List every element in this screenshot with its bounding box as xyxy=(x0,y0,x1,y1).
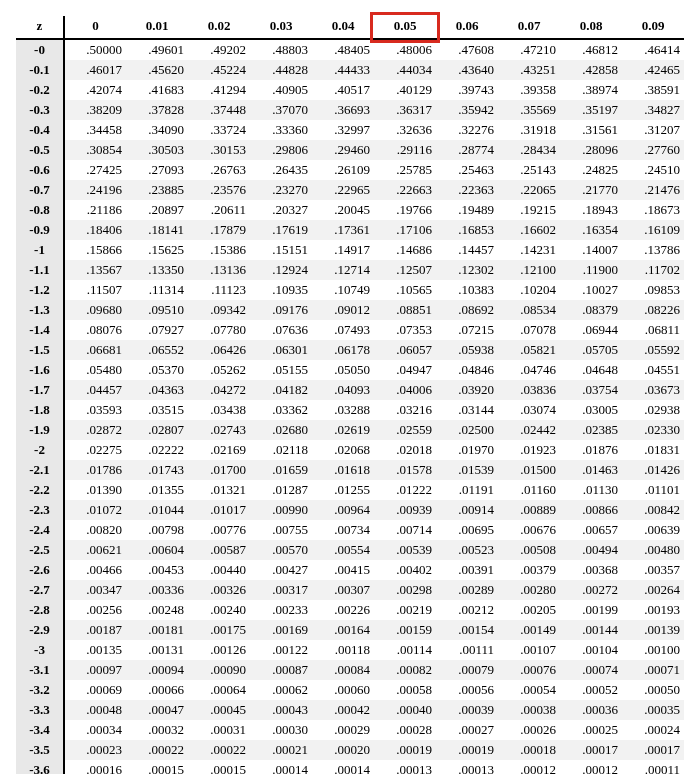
cell-value: .02018 xyxy=(374,440,436,460)
cell-value: .48803 xyxy=(250,39,312,60)
row-header: -3.3 xyxy=(16,700,64,720)
cell-value: .00212 xyxy=(436,600,498,620)
cell-value: .00038 xyxy=(498,700,560,720)
cell-value: .23270 xyxy=(250,180,312,200)
cell-value: .26109 xyxy=(312,160,374,180)
row-header: -0.9 xyxy=(16,220,64,240)
cell-value: .21476 xyxy=(622,180,684,200)
row-header: -1.5 xyxy=(16,340,64,360)
cell-value: .00013 xyxy=(374,760,436,774)
cell-value: .03515 xyxy=(126,400,188,420)
col-header: 0.01 xyxy=(126,16,188,39)
cell-value: .50000 xyxy=(64,39,126,60)
cell-value: .00028 xyxy=(374,720,436,740)
cell-value: .00657 xyxy=(560,520,622,540)
cell-value: .00587 xyxy=(188,540,250,560)
cell-value: .00357 xyxy=(622,560,684,580)
cell-value: .01287 xyxy=(250,480,312,500)
cell-value: .00032 xyxy=(126,720,188,740)
cell-value: .00114 xyxy=(374,640,436,660)
cell-value: .48405 xyxy=(312,39,374,60)
cell-value: .00042 xyxy=(312,700,374,720)
cell-value: .00024 xyxy=(622,720,684,740)
table-row: -0.9.18406.18141.17879.17619.17361.17106… xyxy=(16,220,684,240)
cell-value: .00026 xyxy=(498,720,560,740)
cell-value: .00022 xyxy=(188,740,250,760)
cell-value: .07927 xyxy=(126,320,188,340)
cell-value: .09342 xyxy=(188,300,250,320)
cell-value: .00734 xyxy=(312,520,374,540)
cell-value: .40129 xyxy=(374,80,436,100)
table-row: -2.1.01786.01743.01700.01659.01618.01578… xyxy=(16,460,684,480)
cell-value: .00094 xyxy=(126,660,188,680)
cell-value: .00118 xyxy=(312,640,374,660)
cell-value: .00494 xyxy=(560,540,622,560)
row-header: -2.3 xyxy=(16,500,64,520)
cell-value: .40517 xyxy=(312,80,374,100)
cell-value: .00074 xyxy=(560,660,622,680)
cell-value: .12507 xyxy=(374,260,436,280)
cell-value: .49601 xyxy=(126,39,188,60)
cell-value: .00016 xyxy=(64,760,126,774)
cell-value: .00336 xyxy=(126,580,188,600)
col-header: 0.09 xyxy=(622,16,684,39)
cell-value: .20611 xyxy=(188,200,250,220)
table-row: -1.7.04457.04363.04272.04182.04093.04006… xyxy=(16,380,684,400)
cell-value: .00280 xyxy=(498,580,560,600)
cell-value: .24825 xyxy=(560,160,622,180)
cell-value: .10383 xyxy=(436,280,498,300)
cell-value: .25785 xyxy=(374,160,436,180)
cell-value: .45620 xyxy=(126,60,188,80)
cell-value: .14457 xyxy=(436,240,498,260)
z-table-container: z 0 0.01 0.02 0.03 0.04 0.05 0.06 0.07 0… xyxy=(16,16,683,774)
cell-value: .22663 xyxy=(374,180,436,200)
col-header: 0.07 xyxy=(498,16,560,39)
cell-value: .02807 xyxy=(126,420,188,440)
cell-value: .00064 xyxy=(188,680,250,700)
cell-value: .17619 xyxy=(250,220,312,240)
cell-value: .31561 xyxy=(560,120,622,140)
cell-value: .01539 xyxy=(436,460,498,480)
row-header: -0.4 xyxy=(16,120,64,140)
cell-value: .00187 xyxy=(64,620,126,640)
cell-value: .03836 xyxy=(498,380,560,400)
cell-value: .23885 xyxy=(126,180,188,200)
cell-value: .09176 xyxy=(250,300,312,320)
cell-value: .08692 xyxy=(436,300,498,320)
row-header: -3.5 xyxy=(16,740,64,760)
cell-value: .00695 xyxy=(436,520,498,540)
cell-value: .00039 xyxy=(436,700,498,720)
cell-value: .00317 xyxy=(250,580,312,600)
cell-value: .05370 xyxy=(126,360,188,380)
cell-value: .00017 xyxy=(622,740,684,760)
cell-value: .00122 xyxy=(250,640,312,660)
cell-value: .19215 xyxy=(498,200,560,220)
cell-value: .46017 xyxy=(64,60,126,80)
cell-value: .08534 xyxy=(498,300,560,320)
cell-value: .04457 xyxy=(64,380,126,400)
cell-value: .02118 xyxy=(250,440,312,460)
cell-value: .02938 xyxy=(622,400,684,420)
table-row: -3.00135.00131.00126.00122.00118.00114.0… xyxy=(16,640,684,660)
cell-value: .18673 xyxy=(622,200,684,220)
cell-value: .42858 xyxy=(560,60,622,80)
cell-value: .25463 xyxy=(436,160,498,180)
cell-value: .07353 xyxy=(374,320,436,340)
cell-value: .00264 xyxy=(622,580,684,600)
cell-value: .30503 xyxy=(126,140,188,160)
cell-value: .41294 xyxy=(188,80,250,100)
table-row: -1.6.05480.05370.05262.05155.05050.04947… xyxy=(16,360,684,380)
z-column-header: z xyxy=(16,16,64,39)
cell-value: .00298 xyxy=(374,580,436,600)
cell-value: .00889 xyxy=(498,500,560,520)
table-row: -1.8.03593.03515.03438.03362.03288.03216… xyxy=(16,400,684,420)
row-header: -0 xyxy=(16,39,64,60)
cell-value: .00508 xyxy=(498,540,560,560)
cell-value: .00326 xyxy=(188,580,250,600)
row-header: -2.5 xyxy=(16,540,64,560)
table-row: -0.50000.49601.49202.48803.48405.48006.4… xyxy=(16,39,684,60)
cell-value: .00034 xyxy=(64,720,126,740)
cell-value: .00199 xyxy=(560,600,622,620)
cell-value: .00031 xyxy=(188,720,250,740)
cell-value: .00135 xyxy=(64,640,126,660)
